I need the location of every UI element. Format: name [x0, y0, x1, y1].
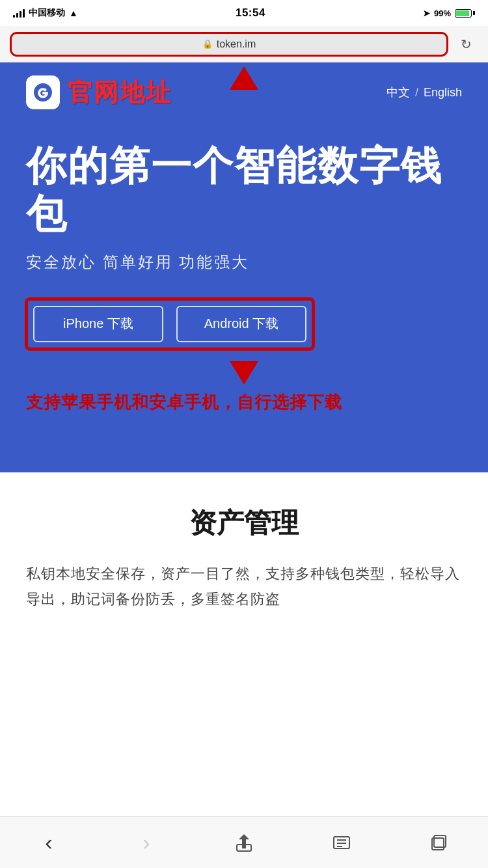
- status-bar: 中国移动 ▲ 15:54 ➤ 99%: [0, 0, 488, 26]
- android-download-button[interactable]: Android 下载: [176, 306, 306, 342]
- bookmarks-button[interactable]: [325, 826, 358, 859]
- logo-area: 官网地址: [26, 75, 172, 109]
- status-left: 中国移动 ▲: [13, 7, 78, 19]
- hero-subtitle: 安全放心 简单好用 功能强大: [26, 252, 462, 273]
- lang-switcher[interactable]: 中文 / English: [386, 85, 462, 100]
- clock: 15:54: [236, 7, 265, 20]
- logo-icon: [26, 75, 60, 109]
- carrier-label: 中国移动: [29, 7, 65, 19]
- status-right: ➤ 99%: [423, 8, 475, 18]
- svg-rect-0: [242, 838, 246, 848]
- arrow-up-annotation: [26, 62, 462, 69]
- battery-icon: [455, 9, 475, 18]
- section-body: 私钥本地安全保存，资产一目了然，支持多种钱包类型，轻松导入导出，助记词备份防丢，…: [26, 561, 462, 612]
- lock-icon: 🔒: [202, 39, 213, 49]
- wifi-icon: ▲: [69, 8, 78, 18]
- logo-text: 官网地址: [68, 76, 172, 109]
- download-buttons: iPhone 下载 Android 下载: [33, 306, 306, 342]
- lang-divider: /: [415, 86, 418, 100]
- hero-title: 你的第一个智能数字钱包: [26, 142, 462, 239]
- back-button[interactable]: ‹: [33, 826, 65, 859]
- browser-bar: 🔒 token.im ↻: [0, 26, 488, 62]
- hero-section: 你的第一个智能数字钱包 安全放心 简单好用 功能强大 iPhone 下载 And…: [26, 122, 462, 446]
- url-text: token.im: [217, 38, 256, 50]
- battery-percent: 99%: [434, 8, 451, 18]
- white-section: 资产管理 私钥本地安全保存，资产一目了然，支持多种钱包类型，轻松导入导出，助记词…: [0, 472, 488, 632]
- iphone-download-button[interactable]: iPhone 下载: [33, 306, 163, 342]
- share-button[interactable]: [228, 826, 260, 859]
- tabs-button[interactable]: [423, 826, 455, 859]
- lang-cn-button[interactable]: 中文: [386, 85, 410, 100]
- lang-en-button[interactable]: English: [424, 86, 462, 100]
- main-blue-section: 官网地址 中文 / English 你的第一个智能数字钱包 安全放心 简单好用 …: [0, 62, 488, 472]
- arrow-down-icon: [230, 361, 258, 385]
- url-bar[interactable]: 🔒 token.im: [10, 33, 448, 56]
- signal-icon: [13, 8, 25, 18]
- gps-icon: ➤: [423, 8, 430, 18]
- arrow-down-wrapper: [26, 361, 462, 385]
- bottom-nav: ‹ ›: [0, 816, 488, 868]
- annotation-text: 支持苹果手机和安卓手机，自行选择下载: [26, 385, 462, 427]
- arrow-up-icon: [230, 66, 258, 90]
- download-buttons-wrapper: iPhone 下载 Android 下载: [26, 299, 314, 349]
- forward-button[interactable]: ›: [130, 826, 163, 859]
- section-title: 资产管理: [26, 505, 462, 541]
- svg-marker-1: [239, 834, 249, 839]
- refresh-button[interactable]: ↻: [454, 33, 478, 56]
